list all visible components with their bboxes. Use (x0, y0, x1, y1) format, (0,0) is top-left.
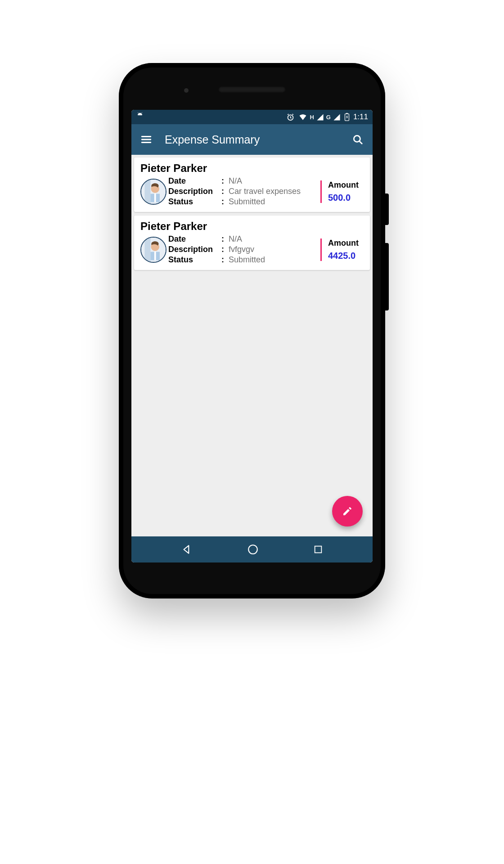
alarm-icon (286, 113, 295, 122)
signal-icon (333, 113, 341, 121)
recent-square-icon (313, 544, 323, 554)
colon: : (221, 255, 227, 265)
home-circle-icon (247, 544, 259, 555)
value-amount: 4425.0 (328, 251, 364, 261)
expense-card[interactable]: Pieter Parker Date : N/A Description : f… (134, 216, 370, 270)
search-icon (352, 134, 364, 145)
svg-rect-2 (346, 113, 348, 114)
pencil-icon (342, 506, 353, 517)
amount-box: Amount 4425.0 (320, 238, 364, 261)
hamburger-icon (140, 134, 152, 145)
phone-speaker (218, 86, 286, 93)
colon: : (221, 234, 227, 244)
network-label: H (310, 114, 314, 121)
colon: : (221, 187, 227, 196)
wifi-icon (298, 113, 307, 121)
phone-camera (184, 88, 189, 93)
colon: : (221, 245, 227, 254)
nav-back-button[interactable] (181, 544, 193, 555)
android-nav-bar (131, 536, 373, 562)
menu-button[interactable] (140, 133, 153, 146)
label-amount: Amount (328, 180, 364, 190)
svg-rect-17 (315, 546, 321, 553)
value-description: Car travel expenses (227, 187, 320, 196)
avatar (140, 179, 166, 205)
label-date: Date (168, 234, 221, 244)
svg-line-7 (359, 141, 362, 144)
label-status: Status (168, 255, 221, 265)
value-date: N/A (227, 176, 320, 186)
phone-frame: H G 1:11 (119, 63, 385, 598)
value-status: Submitted (227, 255, 320, 265)
label-description: Description (168, 187, 221, 196)
page-title: Expense Summary (165, 133, 339, 146)
phone-side-button (385, 194, 389, 225)
label-amount: Amount (328, 238, 364, 248)
compose-fab[interactable] (332, 496, 363, 526)
svg-rect-13 (144, 238, 150, 261)
label-description: Description (168, 245, 221, 254)
search-button[interactable] (351, 133, 364, 146)
network-label: G (326, 114, 331, 121)
value-date: N/A (227, 234, 320, 244)
amount-box: Amount 500.0 (320, 180, 364, 203)
colon: : (221, 176, 227, 186)
battery-charging-icon (344, 113, 350, 121)
content-area: Pieter Parker Date : N/A Description : C… (131, 155, 373, 536)
label-date: Date (168, 176, 221, 186)
status-bar: H G 1:11 (131, 110, 373, 124)
value-amount: 500.0 (328, 193, 364, 203)
phone-bezel: H G 1:11 (123, 68, 381, 594)
android-head-icon (136, 112, 144, 122)
expense-details: Date : N/A Description : Car travel expe… (168, 176, 320, 207)
screen: H G 1:11 (131, 110, 373, 562)
phone-side-button (385, 243, 389, 310)
nav-home-button[interactable] (247, 544, 259, 555)
svg-rect-9 (144, 180, 150, 203)
value-description: fvfgvgv (227, 245, 320, 254)
svg-point-16 (248, 545, 257, 554)
expense-owner-name: Pieter Parker (140, 162, 364, 175)
back-triangle-icon (181, 544, 193, 555)
expense-card[interactable]: Pieter Parker Date : N/A Description : C… (134, 158, 370, 212)
avatar (140, 237, 166, 263)
label-status: Status (168, 197, 221, 207)
status-time: 1:11 (353, 112, 368, 122)
app-bar: Expense Summary (131, 124, 373, 155)
signal-icon (316, 113, 324, 121)
value-status: Submitted (227, 197, 320, 207)
expense-details: Date : N/A Description : fvfgvgv Status … (168, 234, 320, 265)
expense-owner-name: Pieter Parker (140, 220, 364, 233)
nav-recent-button[interactable] (313, 544, 323, 554)
colon: : (221, 197, 227, 207)
